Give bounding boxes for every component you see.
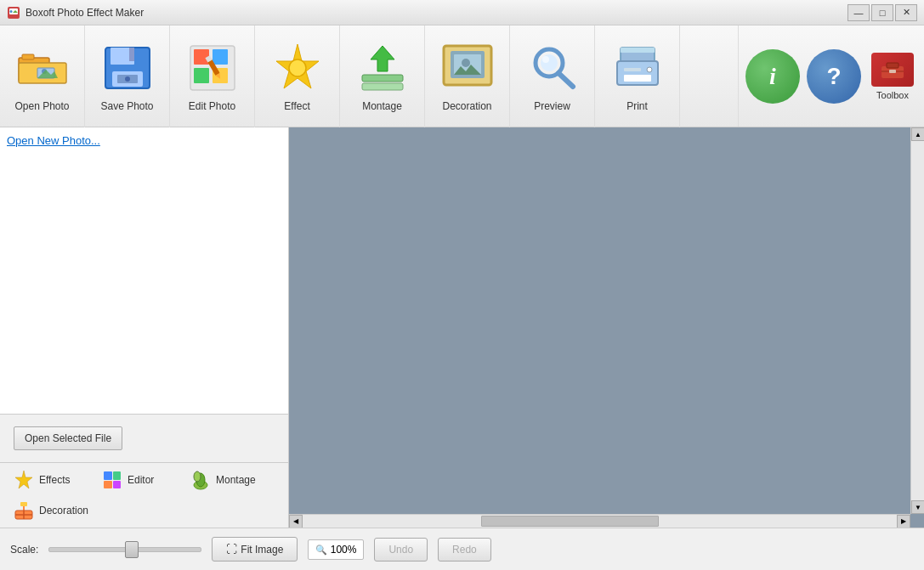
toolbar-right: i ? Toolbox bbox=[738, 25, 924, 127]
horizontal-scrollbar[interactable]: ◀ ▶ bbox=[289, 514, 910, 528]
decoration-icon bbox=[440, 41, 495, 95]
svg-line-37 bbox=[558, 73, 573, 87]
title-controls: — □ ✕ bbox=[847, 4, 917, 21]
montage-label: Montage bbox=[362, 100, 402, 112]
decoration-button[interactable]: Decoration bbox=[425, 25, 510, 127]
scroll-track-v[interactable] bbox=[911, 141, 924, 500]
vertical-scrollbar[interactable]: ▲ ▼ bbox=[910, 127, 924, 514]
effects-tab-icon bbox=[14, 470, 34, 490]
svg-point-15 bbox=[125, 76, 130, 82]
tab-editor[interactable]: Editor bbox=[95, 466, 180, 494]
scroll-left-arrow[interactable]: ◀ bbox=[289, 515, 303, 528]
montage-tab-icon bbox=[190, 470, 211, 490]
svg-rect-19 bbox=[194, 68, 209, 83]
effect-button[interactable]: Effect bbox=[255, 25, 340, 127]
svg-rect-12 bbox=[129, 48, 134, 61]
open-photo-label: Open Photo bbox=[14, 100, 69, 112]
open-photo-icon bbox=[15, 41, 70, 95]
editor-tab-icon bbox=[102, 470, 122, 490]
print-label: Print bbox=[626, 100, 648, 112]
maximize-button[interactable]: □ bbox=[871, 4, 893, 21]
svg-rect-45 bbox=[887, 63, 898, 68]
effect-label: Effect bbox=[284, 100, 309, 112]
app-title: Boxoft Photo Effect Maker bbox=[26, 7, 144, 19]
svg-rect-28 bbox=[362, 83, 403, 90]
svg-rect-52 bbox=[113, 481, 121, 488]
fit-image-icon: ⛶ bbox=[226, 543, 237, 556]
scroll-right-arrow[interactable]: ▶ bbox=[897, 515, 910, 528]
help-icon: ? bbox=[826, 63, 841, 90]
svg-rect-51 bbox=[104, 481, 112, 488]
close-button[interactable]: ✕ bbox=[895, 4, 917, 21]
preview-icon bbox=[525, 41, 580, 95]
zoom-icon: 🔍 bbox=[315, 545, 327, 555]
decoration-label: Decoration bbox=[442, 100, 491, 112]
decoration-tab-label: Decoration bbox=[39, 505, 88, 516]
editor-tab-label: Editor bbox=[128, 474, 154, 486]
scale-slider-wrap bbox=[48, 547, 201, 552]
svg-point-32 bbox=[462, 59, 470, 67]
redo-label: Redo bbox=[452, 544, 477, 556]
fit-image-button[interactable]: ⛶ Fit Image bbox=[212, 537, 298, 562]
canvas-area[interactable]: ▲ ▼ ◀ ▶ bbox=[289, 127, 924, 528]
montage-button[interactable]: Montage bbox=[340, 25, 425, 127]
scale-slider[interactable] bbox=[48, 547, 201, 552]
svg-rect-6 bbox=[22, 54, 34, 59]
title-left: Boxoft Photo Effect Maker bbox=[7, 6, 144, 20]
svg-rect-49 bbox=[104, 471, 112, 480]
svg-rect-41 bbox=[621, 48, 655, 53]
montage-tab-label: Montage bbox=[216, 474, 256, 486]
toolbox-button[interactable]: Toolbox bbox=[868, 49, 917, 104]
open-selected-button[interactable]: Open Selected File bbox=[14, 426, 122, 450]
svg-point-36 bbox=[542, 56, 549, 63]
svg-point-42 bbox=[647, 67, 652, 72]
svg-rect-18 bbox=[213, 49, 228, 65]
info-button[interactable]: i bbox=[745, 49, 800, 104]
scroll-up-arrow[interactable]: ▲ bbox=[911, 127, 924, 141]
undo-label: Undo bbox=[388, 544, 413, 556]
svg-marker-48 bbox=[15, 471, 32, 488]
open-photo-button[interactable]: Open Photo bbox=[0, 25, 85, 127]
svg-point-35 bbox=[541, 54, 558, 71]
edit-photo-button[interactable]: Edit Photo bbox=[170, 25, 255, 127]
svg-marker-26 bbox=[371, 46, 394, 71]
percent-label: 100% bbox=[331, 544, 357, 556]
scroll-down-arrow[interactable]: ▼ bbox=[911, 500, 924, 514]
fit-image-label: Fit Image bbox=[241, 544, 283, 556]
tab-montage[interactable]: Montage bbox=[184, 466, 269, 494]
title-bar: Boxoft Photo Effect Maker — □ ✕ bbox=[0, 0, 924, 25]
left-panel: Open New Photo... Open Selected File Eff… bbox=[0, 127, 289, 528]
file-list[interactable]: Open New Photo... bbox=[0, 127, 288, 415]
toolbox-icon bbox=[871, 53, 914, 87]
print-button[interactable]: Print bbox=[595, 25, 680, 127]
scale-label: Scale: bbox=[10, 544, 38, 556]
scroll-track-h[interactable] bbox=[303, 515, 897, 528]
minimize-button[interactable]: — bbox=[847, 4, 870, 21]
svg-rect-47 bbox=[889, 70, 896, 73]
open-new-photo-link[interactable]: Open New Photo... bbox=[7, 134, 100, 147]
tab-effects[interactable]: Effects bbox=[7, 466, 92, 494]
edit-photo-icon bbox=[185, 41, 240, 95]
print-icon bbox=[610, 41, 665, 95]
undo-button[interactable]: Undo bbox=[374, 538, 428, 562]
percent-display: 🔍 100% bbox=[308, 539, 364, 560]
scroll-thumb-h[interactable] bbox=[481, 516, 660, 527]
open-selected-wrap: Open Selected File bbox=[0, 415, 288, 462]
bottom-bar: Scale: ⛶ Fit Image 🔍 100% Undo Redo bbox=[0, 528, 924, 570]
save-photo-button[interactable]: Save Photo bbox=[85, 25, 170, 127]
svg-rect-56 bbox=[20, 502, 27, 506]
toolbar: Open Photo Save Photo bbox=[0, 25, 924, 127]
svg-rect-17 bbox=[194, 49, 209, 65]
svg-rect-40 bbox=[624, 75, 651, 82]
bottom-tabs: Effects Editor bbox=[0, 462, 288, 528]
tab-decoration[interactable]: Decoration bbox=[7, 497, 95, 524]
main-area: Open New Photo... Open Selected File Eff… bbox=[0, 127, 924, 528]
effects-tab-label: Effects bbox=[39, 474, 70, 486]
help-button[interactable]: ? bbox=[807, 49, 861, 104]
svg-rect-50 bbox=[113, 471, 121, 480]
redo-button[interactable]: Redo bbox=[438, 538, 491, 562]
info-icon: i bbox=[769, 63, 776, 90]
preview-button[interactable]: Preview bbox=[510, 25, 595, 127]
svg-rect-27 bbox=[362, 75, 403, 82]
svg-point-25 bbox=[289, 59, 306, 76]
